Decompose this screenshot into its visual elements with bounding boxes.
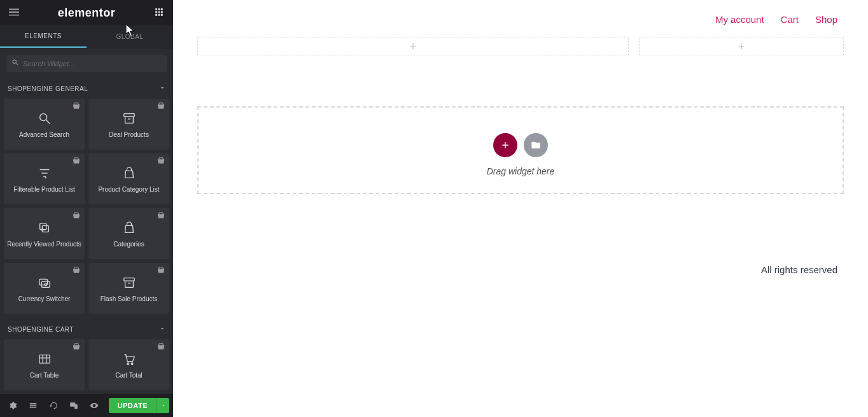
widget-advanced-search[interactable]: Advanced Search [4, 99, 85, 150]
empty-sections-row: + + [173, 31, 868, 62]
nav-shop[interactable]: Shop [815, 14, 837, 25]
navigator-icon[interactable] [24, 397, 42, 414]
svg-rect-24 [123, 278, 134, 281]
add-section-button[interactable] [493, 133, 517, 157]
basket-icon [72, 265, 81, 274]
page-canvas: My account Cart Shop + + Drag widget her… [173, 0, 868, 417]
widget-cart-total[interactable]: Cart Total [88, 339, 169, 390]
svg-line-13 [46, 120, 50, 124]
widget-recently-viewed-products[interactable]: Recently Viewed Products [4, 208, 85, 259]
sidebar-tabs: ELEMENTS GLOBAL [0, 25, 173, 48]
copy-icon [37, 220, 52, 236]
svg-rect-4 [158, 8, 160, 10]
basket-icon [157, 101, 165, 110]
archive-icon [122, 275, 137, 290]
widget-label: Cart Total [113, 372, 145, 379]
svg-rect-5 [161, 8, 163, 10]
site-nav: My account Cart Shop [173, 0, 868, 31]
widget-deal-products[interactable]: Deal Products [88, 99, 169, 150]
svg-point-12 [39, 113, 46, 120]
basket-icon [157, 156, 165, 165]
svg-rect-10 [158, 13, 160, 15]
apps-icon[interactable] [153, 8, 165, 18]
widget-currency-switcher[interactable]: Currency Switcher [4, 263, 85, 314]
basket-icon [72, 156, 81, 165]
widget-categories[interactable]: Categories [88, 208, 169, 259]
basket-icon [157, 342, 165, 351]
drop-zone-hint: Drag widget here [211, 166, 830, 176]
chevron-down-icon [159, 85, 165, 92]
svg-rect-1 [9, 11, 19, 12]
sidebar-header: elementor [0, 0, 173, 25]
add-column-button[interactable]: + [197, 38, 629, 55]
sidebar-scroll[interactable]: SHOPENGINE GENERAL Advanced Search Deal … [0, 78, 173, 394]
basket-icon [72, 101, 81, 110]
widget-grid-cart: Cart Table Cart Total [0, 339, 173, 394]
section-title: SHOPENGINE CART [8, 326, 74, 333]
tab-global[interactable]: GLOBAL [87, 25, 173, 48]
currency-icon [37, 275, 52, 290]
svg-rect-14 [123, 113, 134, 117]
widget-label: Recently Viewed Products [4, 241, 84, 248]
widget-label: Advanced Search [17, 131, 72, 138]
responsive-icon[interactable] [65, 397, 83, 414]
table-icon [37, 351, 52, 367]
nav-cart[interactable]: Cart [781, 14, 799, 25]
widget-label: Product Category List [95, 186, 162, 193]
svg-rect-11 [161, 13, 163, 15]
update-button[interactable]: UPDATE [109, 398, 157, 413]
basket-icon [72, 342, 81, 351]
plus-icon: + [738, 40, 745, 53]
drop-zone-buttons [211, 133, 830, 157]
svg-rect-0 [9, 8, 19, 9]
settings-icon[interactable] [4, 397, 22, 414]
widget-label: Flash Sale Products [98, 295, 160, 302]
add-column-button[interactable]: + [639, 38, 844, 55]
widget-label: Deal Products [106, 131, 151, 138]
cart-icon [122, 351, 137, 367]
svg-rect-7 [158, 11, 160, 13]
basket-icon [157, 211, 165, 220]
widget-flash-sale-products[interactable]: Flash Sale Products [88, 263, 169, 314]
widget-cart-table[interactable]: Cart Table [4, 339, 85, 390]
bag-icon [122, 220, 137, 236]
search-wrap [0, 48, 173, 78]
svg-rect-32 [70, 402, 75, 406]
tab-elements[interactable]: ELEMENTS [0, 25, 87, 48]
svg-rect-9 [155, 13, 157, 15]
svg-rect-33 [74, 404, 78, 409]
section-head-cart[interactable]: SHOPENGINE CART [0, 319, 173, 339]
update-group: UPDATE [109, 398, 169, 413]
widget-filterable-product-list[interactable]: Filterable Product List [4, 153, 85, 204]
nav-my-account[interactable]: My account [715, 14, 764, 25]
search-icon [11, 59, 19, 68]
menu-icon[interactable] [8, 7, 20, 19]
widget-label: Cart Table [27, 372, 61, 379]
plus-icon: + [410, 40, 417, 53]
widget-product-category-list[interactable]: Product Category List [88, 153, 169, 204]
chevron-down-icon [159, 325, 165, 333]
search-box [6, 55, 167, 72]
svg-rect-21 [39, 279, 47, 285]
history-icon[interactable] [45, 397, 62, 414]
add-template-button[interactable] [524, 133, 548, 157]
svg-point-30 [127, 362, 129, 364]
page-footer-text: All rights reserved [173, 207, 868, 288]
bag-icon [122, 166, 137, 181]
editor-sidebar: elementor ELEMENTS GLOBAL SHOPENGINE GEN… [0, 0, 173, 417]
archive-icon [122, 111, 137, 126]
search-input[interactable] [23, 60, 162, 67]
basket-icon [72, 211, 81, 220]
update-options-button[interactable] [157, 398, 169, 413]
widget-label: Filterable Product List [11, 186, 78, 193]
widget-grid-general: Advanced Search Deal Products Filterable… [0, 99, 173, 319]
preview-icon[interactable] [85, 397, 103, 414]
svg-rect-22 [41, 281, 50, 287]
drop-zone[interactable]: Drag widget here [197, 106, 844, 194]
svg-rect-26 [39, 355, 50, 363]
brand-logo: elementor [20, 6, 153, 20]
svg-rect-20 [39, 223, 46, 229]
filter-icon [37, 166, 52, 181]
section-head-general[interactable]: SHOPENGINE GENERAL [0, 78, 173, 99]
svg-rect-2 [9, 15, 19, 15]
